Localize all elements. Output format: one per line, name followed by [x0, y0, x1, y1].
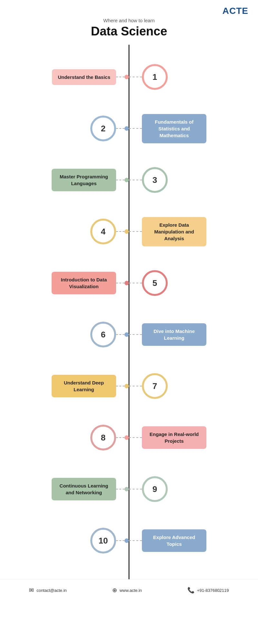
num-circle-8: 8	[90, 425, 116, 450]
timeline-row-6: 6 Dive into Machine Learning	[0, 309, 258, 360]
label-box-2: Fundamentals of Statistics and Mathemati…	[142, 114, 206, 143]
timeline-row-5: Introduction to Data Visualization 5	[0, 257, 258, 309]
timeline-row-7: Understand Deep Learning 7	[0, 360, 258, 412]
footer-website-text: www.acte.in	[120, 588, 142, 593]
num-circle-1: 1	[142, 64, 168, 90]
label-box-4: Explore Data Manipulation and Analysis	[142, 217, 206, 246]
timeline-left-2: 2	[0, 116, 129, 141]
timeline-right-10: Explore Advanced Topics	[129, 529, 258, 552]
label-box-5: Introduction to Data Visualization	[52, 272, 116, 294]
timeline-right-4: Explore Data Manipulation and Analysis	[129, 217, 258, 246]
timeline-row-8: 8 Engage in Real-world Projects	[0, 412, 258, 463]
header-subtitle: Where and how to learn	[0, 18, 258, 23]
footer: ✉ contact@acte.in ⊕ www.acte.in 📞 +91-83…	[0, 579, 258, 600]
label-box-1: Understand the Basics	[52, 69, 116, 85]
num-circle-5: 5	[142, 270, 168, 296]
footer-email-text: contact@acte.in	[36, 588, 66, 593]
num-circle-6: 6	[90, 322, 116, 347]
header: Where and how to learn Data Science	[0, 0, 258, 45]
timeline-row-9: Continuous Learning and Networking 9	[0, 463, 258, 515]
header-title: Data Science	[0, 24, 258, 38]
web-icon: ⊕	[112, 587, 117, 594]
timeline-row-1: Understand the Basics 1	[0, 51, 258, 103]
timeline-left-6: 6	[0, 322, 129, 347]
logo: ACTE	[223, 6, 248, 16]
label-box-10: Explore Advanced Topics	[142, 529, 206, 552]
timeline-left-3: Master Programming Languages	[0, 169, 129, 191]
timeline-left-4: 4	[0, 219, 129, 244]
label-box-7: Understand Deep Learning	[52, 375, 116, 397]
label-box-9: Continuous Learning and Networking	[52, 478, 116, 500]
timeline-right-1: 1	[129, 64, 258, 90]
timeline-right-8: Engage in Real-world Projects	[129, 426, 258, 449]
timeline-right-3: 3	[129, 167, 258, 193]
footer-website: ⊕ www.acte.in	[112, 587, 142, 594]
timeline-row-4: 4 Explore Data Manipulation and Analysis	[0, 206, 258, 257]
footer-phone-text: +91-8376802119	[197, 588, 229, 593]
timeline: Understand the Basics 1 2	[0, 45, 258, 579]
footer-phone: 📞 +91-8376802119	[187, 587, 229, 594]
phone-icon: 📞	[187, 587, 194, 594]
timeline-left-9: Continuous Learning and Networking	[0, 478, 129, 500]
timeline-left-5: Introduction to Data Visualization	[0, 272, 129, 294]
timeline-left-8: 8	[0, 425, 129, 450]
timeline-row-10: 10 Explore Advanced Topics	[0, 515, 258, 566]
timeline-left-1: Understand the Basics	[0, 69, 129, 85]
label-box-8: Engage in Real-world Projects	[142, 426, 206, 449]
timeline-row-3: Master Programming Languages 3	[0, 154, 258, 206]
num-circle-3: 3	[142, 167, 168, 193]
num-circle-9: 9	[142, 476, 168, 502]
timeline-right-6: Dive into Machine Learning	[129, 323, 258, 346]
timeline-right-7: 7	[129, 373, 258, 399]
timeline-left-10: 10	[0, 528, 129, 554]
num-circle-2: 2	[90, 116, 116, 141]
num-circle-10: 10	[90, 528, 116, 554]
timeline-left-7: Understand Deep Learning	[0, 375, 129, 397]
timeline-right-9: 9	[129, 476, 258, 502]
num-circle-7: 7	[142, 373, 168, 399]
timeline-right-2: Fundamentals of Statistics and Mathemati…	[129, 114, 258, 143]
timeline-right-5: 5	[129, 270, 258, 296]
email-icon: ✉	[29, 587, 34, 594]
label-box-3: Master Programming Languages	[52, 169, 116, 191]
num-circle-4: 4	[90, 219, 116, 244]
timeline-row-2: 2 Fundamentals of Statistics and Mathema…	[0, 103, 258, 154]
label-box-6: Dive into Machine Learning	[142, 323, 206, 346]
footer-email: ✉ contact@acte.in	[29, 587, 66, 594]
